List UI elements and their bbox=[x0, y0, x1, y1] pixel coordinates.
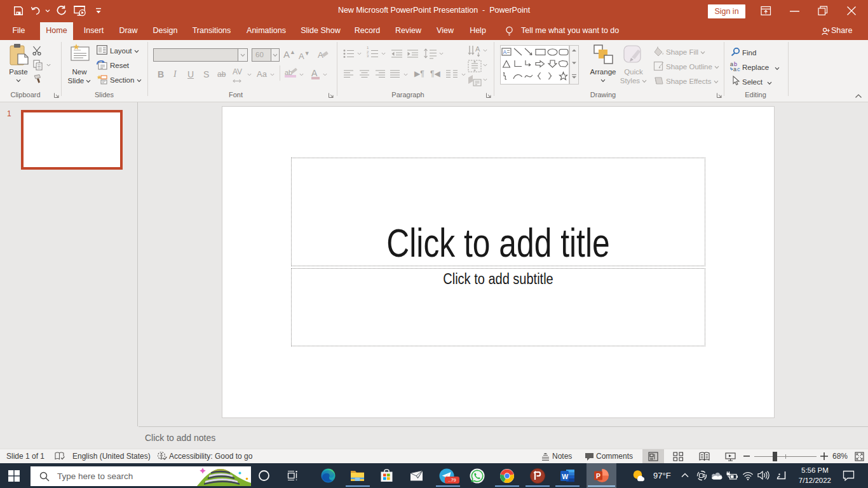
svg-text:P: P bbox=[596, 472, 600, 480]
svg-text:a: a bbox=[733, 66, 736, 72]
svg-text:A: A bbox=[475, 45, 480, 53]
svg-text:W: W bbox=[562, 473, 568, 480]
svg-text:A: A bbox=[503, 49, 507, 55]
svg-text:c: c bbox=[737, 66, 740, 72]
